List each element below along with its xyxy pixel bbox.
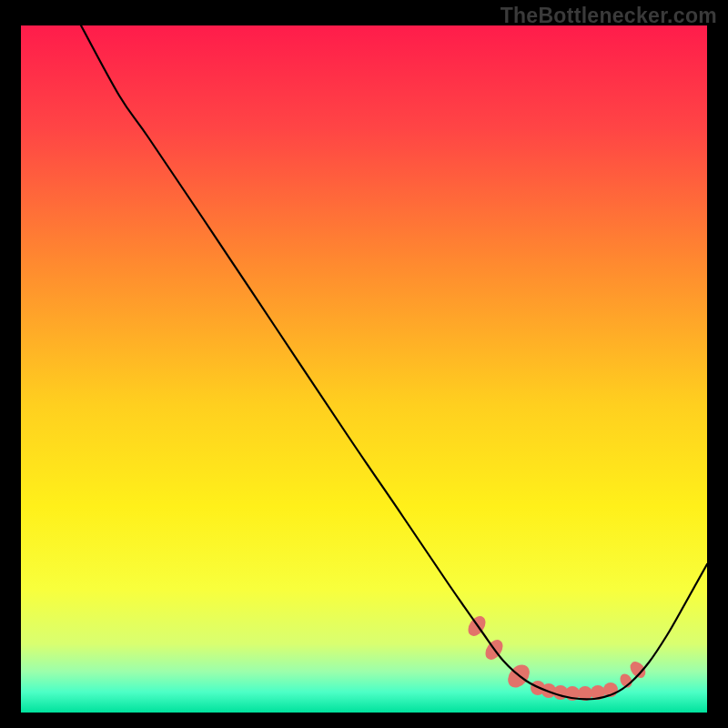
plot-area: [21, 25, 707, 713]
watermark-text: TheBottlenecker.com: [500, 4, 717, 28]
chart-frame: TheBottlenecker.com: [0, 0, 728, 728]
gradient-background: [21, 25, 707, 713]
chart-svg: [21, 25, 707, 713]
